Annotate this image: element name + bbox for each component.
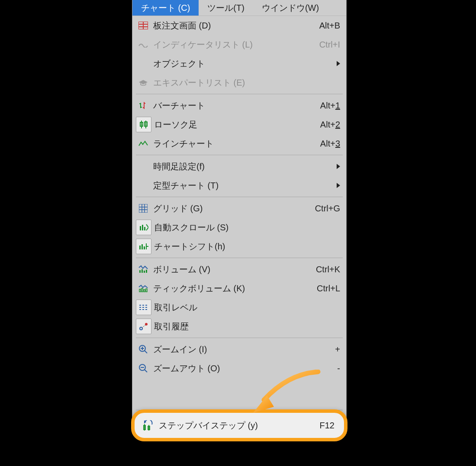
blank-icon: [136, 56, 151, 71]
svg-rect-34: [139, 289, 141, 292]
svg-rect-35: [142, 288, 143, 292]
menu-separator: [136, 197, 343, 197]
zoom-out-icon: [136, 361, 151, 376]
menu-item-chart-shift[interactable]: チャートシフト(h): [132, 237, 346, 256]
menu-item-shortcut: +: [310, 345, 340, 354]
menu-item-grid[interactable]: グリッド (G) Ctrl+G: [132, 199, 346, 218]
callout-shortcut: F12: [320, 421, 334, 431]
menu-item-shortcut: Ctrl+L: [310, 284, 340, 294]
svg-rect-30: [139, 270, 141, 273]
menu-item-zoom-out[interactable]: ズームアウト (O) -: [132, 359, 346, 378]
menubar: チャート (C) ツール(T) ウインドウ(W): [132, 0, 346, 16]
svg-rect-37: [146, 289, 147, 292]
menu-item-trade-history[interactable]: 取引履歴: [132, 317, 346, 336]
zoom-in-icon: [136, 342, 151, 357]
svg-line-45: [145, 351, 147, 353]
trade-history-icon: [136, 319, 151, 334]
svg-rect-32: [144, 271, 145, 273]
bar-chart-icon: [136, 98, 151, 113]
svg-rect-23: [142, 225, 143, 230]
menu-item-shortcut: -: [310, 364, 340, 373]
grid-icon: [136, 201, 151, 216]
graduation-cap-icon: [136, 75, 151, 90]
svg-line-49: [145, 370, 147, 372]
menu-item-timeframes[interactable]: 時間足設定(f): [132, 157, 346, 176]
menu-item-zoom-in[interactable]: ズームイン (I) +: [132, 340, 346, 359]
menu-item-label: ズームイン (I): [153, 344, 310, 355]
menu-item-depth-of-market[interactable]: 板注文画面 (D) Alt+B: [132, 16, 346, 35]
menu-item-label: グリッド (G): [153, 203, 310, 214]
callout-step-by-step[interactable]: ステップバイステップ (y) F12: [131, 409, 347, 441]
menu-body: 板注文画面 (D) Alt+B インディケータリスト (L) Ctrl+I オブ…: [132, 16, 346, 433]
menu-item-auto-scroll[interactable]: 自動スクロール (S): [132, 218, 346, 237]
menu-item-label: 定型チャート (T): [153, 180, 333, 192]
menu-item-shortcut: Ctrl+K: [310, 265, 340, 274]
menubar-tab-window[interactable]: ウインドウ(W): [253, 0, 328, 16]
menu-item-shortcut: Alt+1: [310, 101, 340, 111]
menu-item-shortcut: Ctrl+G: [310, 204, 340, 214]
menu-item-objects[interactable]: オブジェクト: [132, 54, 346, 73]
menu-item-label: ズームアウト (O): [153, 363, 310, 374]
tick-volume-icon: [136, 281, 151, 296]
svg-rect-24: [144, 227, 145, 230]
menu-item-shortcut: Alt+3: [310, 139, 340, 149]
callout-label: ステップバイステップ (y): [159, 420, 320, 431]
menu-item-indicator-list: インディケータリスト (L) Ctrl+I: [132, 35, 346, 54]
menu-item-label: 自動スクロール (S): [154, 222, 340, 233]
svg-rect-26: [142, 244, 143, 249]
submenu-arrow-icon: [337, 164, 340, 169]
menu-item-shortcut: Alt+2: [310, 120, 340, 130]
svg-line-43: [142, 325, 145, 328]
menu-separator: [136, 338, 343, 338]
table-icon: [136, 18, 151, 33]
menu-separator: [136, 94, 343, 94]
menu-item-shortcut: Alt+B: [310, 21, 340, 31]
menu-item-bar-chart[interactable]: バーチャート Alt+1: [132, 96, 346, 115]
menu-item-label: 板注文画面 (D): [153, 20, 310, 32]
menu-item-label: 取引履歴: [154, 321, 340, 332]
submenu-arrow-icon: [337, 183, 340, 188]
menu-item-candlestick[interactable]: ローソク足 Alt+2: [132, 115, 346, 134]
blank-icon: [136, 159, 151, 174]
submenu-arrow-icon: [337, 61, 340, 66]
svg-rect-27: [144, 246, 145, 249]
menu-item-label: ラインチャート: [153, 138, 310, 150]
blank-icon: [136, 178, 151, 193]
volume-icon: [136, 262, 151, 277]
menubar-tab-tools[interactable]: ツール(T): [199, 0, 253, 16]
menu-item-expert-list: エキスパートリスト (E): [132, 73, 346, 92]
menu-item-label: チャートシフト(h): [154, 241, 340, 252]
menubar-tab-chart[interactable]: チャート (C): [132, 0, 199, 16]
auto-scroll-icon: [136, 220, 151, 235]
chart-menu-dropdown: チャート (C) ツール(T) ウインドウ(W) 板注文画面 (D) Alt+B: [132, 0, 346, 433]
spacer: [132, 378, 346, 408]
menu-item-volume[interactable]: ボリューム (V) Ctrl+K: [132, 260, 346, 279]
menu-item-line-chart[interactable]: ラインチャート Alt+3: [132, 134, 346, 153]
menu-item-label: ボリューム (V): [153, 264, 310, 275]
menu-item-tick-volume[interactable]: ティックボリューム (K) Ctrl+L: [132, 279, 346, 298]
wave-icon: [136, 37, 151, 52]
menu-item-label: ローソク足: [154, 119, 310, 131]
svg-rect-36: [144, 290, 145, 292]
candlestick-icon: [136, 117, 151, 132]
menu-separator: [136, 258, 343, 258]
menu-item-label: バーチャート: [153, 100, 310, 112]
menu-item-label: 時間足設定(f): [153, 161, 333, 172]
trade-levels-icon: [136, 300, 151, 315]
step-by-step-icon: [141, 418, 155, 433]
svg-rect-31: [142, 269, 143, 273]
menu-item-label: ティックボリューム (K): [153, 283, 310, 294]
menu-item-label: 取引レベル: [154, 302, 340, 313]
menu-item-label: インディケータリスト (L): [153, 39, 310, 51]
svg-rect-33: [146, 270, 147, 273]
menu-separator: [136, 155, 343, 155]
svg-rect-25: [139, 246, 141, 249]
menu-item-templates[interactable]: 定型チャート (T): [132, 176, 346, 195]
svg-rect-22: [140, 226, 141, 230]
line-chart-icon: [136, 136, 151, 151]
menu-item-label: オブジェクト: [153, 58, 333, 70]
chart-shift-icon: [136, 239, 151, 254]
menu-item-trade-levels[interactable]: 取引レベル: [132, 298, 346, 317]
menu-item-shortcut: Ctrl+I: [310, 40, 340, 50]
menu-item-label: エキスパートリスト (E): [153, 77, 340, 89]
